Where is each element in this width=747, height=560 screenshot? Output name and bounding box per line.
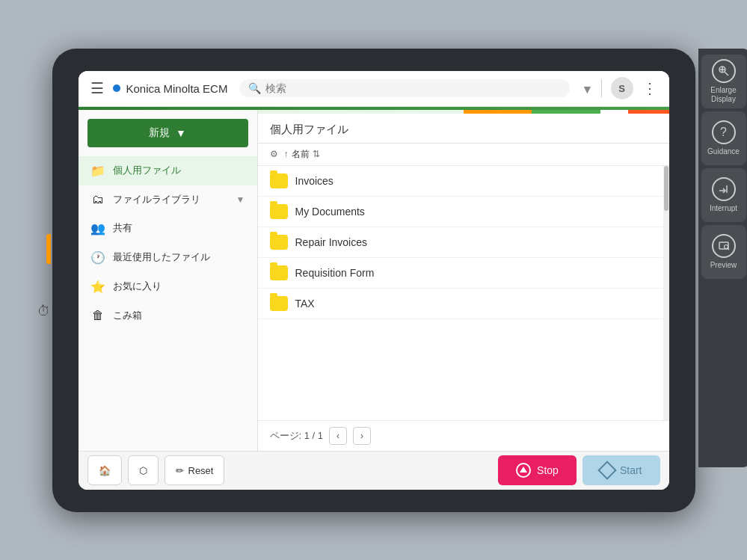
interrupt-label: Interrupt — [710, 204, 737, 213]
file-area-title: 個人用ファイル — [270, 123, 348, 137]
folder-icon — [270, 265, 288, 280]
new-button[interactable]: 新規 ▼ — [87, 119, 248, 147]
guidance-button[interactable]: ? Guidance — [701, 111, 746, 165]
sidebar-item-library[interactable]: 🗂 ファイルライブラリ ▼ — [79, 185, 257, 214]
interrupt-icon — [712, 177, 736, 201]
folder-icon — [270, 204, 288, 219]
shared-icon: 👥 — [90, 221, 105, 236]
next-page-button[interactable]: › — [353, 427, 371, 445]
sort-icon[interactable]: ⇅ — [313, 149, 320, 159]
login-button[interactable]: ⬡ — [128, 455, 159, 485]
search-icon: 🔍 — [248, 82, 261, 94]
sidebar-item-personal[interactable]: 📁 個人用ファイル — [79, 156, 257, 185]
scrollbar[interactable] — [663, 166, 669, 420]
home-icon: 🏠 — [99, 465, 111, 476]
guidance-label: Guidance — [707, 147, 740, 156]
list-item[interactable]: My Documents — [258, 197, 669, 227]
file-name: Invoices — [295, 175, 333, 187]
list-item[interactable]: Invoices — [258, 166, 669, 197]
pencil-icon: ✏ — [176, 465, 184, 476]
preview-icon — [712, 234, 736, 258]
stop-label: Stop — [537, 464, 559, 476]
start-button[interactable]: Start — [582, 455, 660, 485]
sidebar-item-label: こみ箱 — [113, 309, 245, 322]
file-area: 個人用ファイル ⚙ ↑ 名前 ⇅ Invoices — [258, 110, 669, 451]
svg-line-2 — [725, 72, 728, 76]
svg-point-8 — [724, 244, 728, 248]
tablet-screen: ☰ Konica Minolta ECM 🔍 ▼ S ⋮ 新規 ▼ — [79, 71, 669, 490]
bottom-toolbar: 🏠 ⬡ ✏ Reset Stop Start — [79, 451, 669, 490]
stop-button[interactable]: Stop — [498, 455, 577, 485]
trash-icon: 🗑 — [90, 309, 105, 322]
left-indicator — [46, 234, 51, 264]
login-icon: ⬡ — [139, 465, 147, 476]
filter-icon[interactable]: ⚙ — [270, 149, 278, 159]
reset-button[interactable]: ✏ Reset — [165, 455, 225, 485]
status-dot — [113, 84, 120, 92]
recent-icon: 🕐 — [90, 250, 105, 265]
dropdown-icon[interactable]: ▼ — [582, 83, 592, 93]
new-button-arrow: ▼ — [176, 127, 186, 139]
new-button-label: 新規 — [149, 126, 170, 140]
svg-marker-0 — [520, 467, 527, 473]
reset-label: Reset — [188, 465, 214, 476]
favorites-icon: ⭐ — [90, 280, 105, 294]
pagination: ページ: 1 / 1 ‹ › — [258, 420, 669, 451]
folder-icon — [270, 173, 288, 188]
folder-icon — [270, 296, 288, 311]
stop-icon — [516, 463, 531, 478]
file-name: My Documents — [295, 206, 365, 218]
divider — [601, 79, 602, 97]
sidebar-item-label: 個人用ファイル — [113, 164, 245, 177]
sidebar-item-label: 最近使用したファイル — [113, 250, 245, 264]
topbar: ☰ Konica Minolta ECM 🔍 ▼ S ⋮ — [79, 71, 669, 107]
menu-icon[interactable]: ☰ — [87, 76, 107, 100]
start-icon — [597, 461, 616, 479]
device-frame: ⏱ ☰ Konica Minolta ECM 🔍 ▼ S ⋮ 新規 ▼ — [52, 49, 695, 512]
guidance-icon: ? — [712, 120, 736, 144]
name-column-header: 名前 — [292, 148, 310, 161]
main-content: 新規 ▼ 📁 個人用ファイル 🗂 ファイルライブラリ ▼ 👥 共有 — [79, 110, 669, 451]
preview-button[interactable]: Preview — [701, 225, 746, 279]
sidebar-item-shared[interactable]: 👥 共有 — [79, 214, 257, 243]
folder-icon — [270, 235, 288, 250]
enlarge-icon — [712, 59, 736, 83]
chevron-icon: ▼ — [236, 194, 245, 205]
enlarge-display-button[interactable]: EnlargeDisplay — [701, 55, 746, 108]
sidebar: 新規 ▼ 📁 個人用ファイル 🗂 ファイルライブラリ ▼ 👥 共有 — [79, 110, 258, 451]
sidebar-item-favorites[interactable]: ⭐ お気に入り — [79, 272, 257, 301]
column-headers: ⚙ ↑ 名前 ⇅ — [258, 144, 669, 166]
list-item[interactable]: Requisition Form — [258, 258, 669, 289]
enlarge-display-label: EnlargeDisplay — [710, 86, 736, 104]
list-item[interactable]: TAX — [258, 289, 669, 319]
more-icon[interactable]: ⋮ — [639, 76, 660, 100]
scrollbar-thumb[interactable] — [664, 166, 668, 211]
app-title: Konica Minolta ECM — [126, 82, 228, 95]
library-icon: 🗂 — [90, 193, 105, 206]
preview-label: Preview — [710, 261, 737, 270]
avatar[interactable]: S — [611, 77, 633, 99]
file-name: Requisition Form — [295, 267, 375, 279]
prev-page-button[interactable]: ‹ — [329, 427, 347, 445]
right-panel: EnlargeDisplay ? Guidance Interrupt — [698, 49, 748, 467]
search-input[interactable] — [265, 82, 560, 94]
timer-icon: ⏱ — [37, 304, 51, 319]
folder-icon: 📁 — [90, 164, 105, 178]
sort-asc-icon[interactable]: ↑ — [284, 149, 289, 159]
sidebar-item-recent[interactable]: 🕐 最近使用したファイル — [79, 243, 257, 272]
pagination-label: ページ: 1 / 1 — [270, 429, 324, 443]
sidebar-item-label: ファイルライブラリ — [113, 193, 229, 206]
sidebar-item-trash[interactable]: 🗑 こみ箱 — [79, 301, 257, 330]
list-item[interactable]: Repair Invoices — [258, 227, 669, 258]
file-name: TAX — [295, 298, 315, 310]
start-label: Start — [620, 464, 642, 476]
home-button[interactable]: 🏠 — [87, 455, 122, 485]
file-name: Repair Invoices — [295, 236, 368, 248]
sidebar-item-label: お気に入り — [113, 280, 245, 293]
file-list: Invoices My Documents Repair Invoices Re… — [258, 166, 669, 420]
sidebar-item-label: 共有 — [113, 221, 245, 235]
interrupt-button[interactable]: Interrupt — [701, 168, 746, 222]
search-bar[interactable]: 🔍 — [239, 79, 569, 97]
file-area-header: 個人用ファイル — [258, 114, 669, 144]
